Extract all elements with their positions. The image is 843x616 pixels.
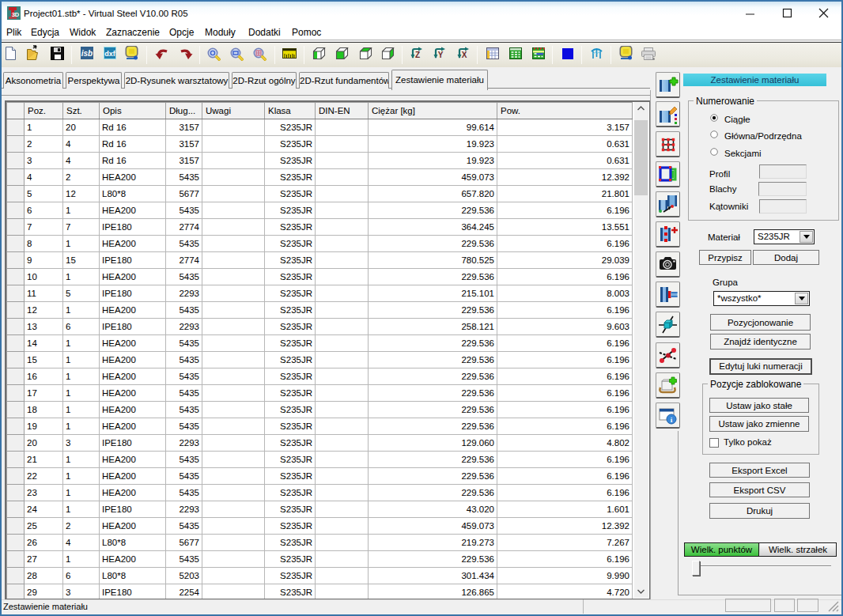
svg-text:isb: isb (81, 49, 93, 58)
svg-text:Z: Z (415, 51, 420, 59)
svg-text:X: X (462, 51, 467, 59)
svg-text:dxf: dxf (104, 50, 116, 58)
svg-text:Y: Y (438, 51, 444, 59)
svg-text:3D: 3D (12, 11, 20, 18)
